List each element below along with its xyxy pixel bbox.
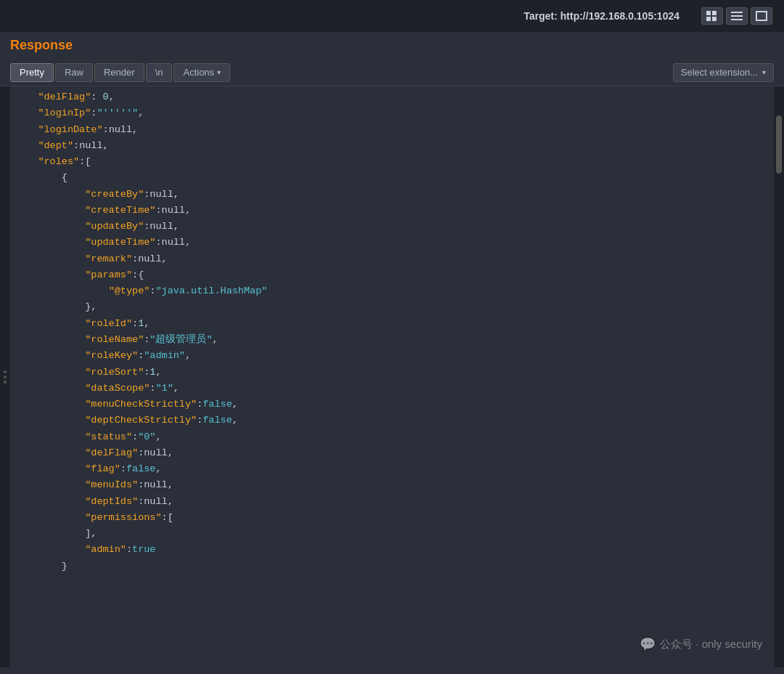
- json-line: "createTime":null,: [15, 203, 764, 219]
- json-line: "createBy":null,: [15, 187, 764, 203]
- json-line: "roleKey":"admin",: [15, 348, 764, 364]
- json-line: }: [15, 559, 764, 574]
- tab-newline[interactable]: \n: [146, 63, 173, 82]
- grid-view-button[interactable]: [701, 7, 723, 25]
- response-header: Response: [0, 32, 784, 53]
- json-line: "admin":true: [15, 542, 764, 558]
- edge-dot: [4, 375, 7, 378]
- target-url: Target: http://192.168.0.105:1024: [0, 10, 694, 22]
- select-extension-dropdown[interactable]: Select extension... ▾: [673, 63, 774, 82]
- response-title: Response: [10, 38, 774, 53]
- json-line: "roleName":"超级管理员",: [15, 332, 764, 348]
- svg-rect-1: [712, 11, 716, 15]
- grid-icon: [706, 11, 718, 21]
- json-line: "loginDate":null,: [15, 122, 764, 138]
- json-line: "updateTime":null,: [15, 235, 764, 251]
- json-line: "remark":null,: [15, 251, 764, 267]
- json-line: "roleId":1,: [15, 316, 764, 332]
- tabs-bar: Pretty Raw Render \n Actions ▾ Select ex…: [0, 59, 784, 86]
- toolbar-icons: [701, 7, 772, 25]
- json-line: "updateBy":null,: [15, 219, 764, 235]
- json-line: "dept":null,: [15, 138, 764, 154]
- json-line: "roleSort":1,: [15, 365, 764, 381]
- square-icon: [756, 11, 767, 21]
- svg-rect-0: [706, 11, 711, 15]
- json-line: "params":{: [15, 267, 764, 283]
- json-line: "flag":false,: [15, 461, 764, 477]
- svg-rect-2: [706, 17, 711, 21]
- svg-rect-4: [731, 12, 743, 13]
- top-bar: Target: http://192.168.0.105:1024: [0, 0, 784, 32]
- json-content: "delFlag": 0, "loginIp":"'''''", "loginD…: [15, 89, 764, 574]
- edge-dots: [4, 370, 7, 383]
- tab-actions[interactable]: Actions ▾: [173, 63, 230, 82]
- json-viewer: "delFlag": 0, "loginIp":"'''''", "loginD…: [10, 86, 774, 667]
- json-line: "permissions":[: [15, 510, 764, 526]
- json-line: "menuIds":null,: [15, 477, 764, 493]
- select-extension-label: Select extension...: [681, 67, 758, 78]
- scrollbar-thumb[interactable]: [776, 115, 782, 174]
- json-line: "delFlag":null,: [15, 445, 764, 461]
- tab-render[interactable]: Render: [94, 63, 144, 82]
- square-view-button[interactable]: [751, 7, 772, 25]
- json-line: "@type":"java.util.HashMap": [15, 283, 764, 299]
- json-line: "menuCheckStrictly":false,: [15, 397, 764, 413]
- list-icon: [731, 11, 743, 21]
- actions-label: Actions: [183, 67, 214, 78]
- tab-pretty[interactable]: Pretty: [10, 63, 54, 82]
- edge-dot: [4, 381, 7, 383]
- json-line: ],: [15, 526, 764, 542]
- json-line: "deptCheckStrictly":false,: [15, 413, 764, 429]
- tab-raw[interactable]: Raw: [55, 63, 93, 82]
- json-line: },: [15, 299, 764, 315]
- svg-rect-7: [756, 12, 767, 20]
- select-extension-chevron: ▾: [762, 68, 766, 76]
- json-line: "delFlag": 0,: [15, 89, 764, 105]
- list-view-button[interactable]: [726, 7, 748, 25]
- json-line: {: [15, 170, 764, 186]
- actions-chevron: ▾: [217, 68, 221, 76]
- json-line: "dataScope":"1",: [15, 381, 764, 397]
- json-line: "roles":[: [15, 154, 764, 170]
- svg-rect-6: [731, 19, 743, 20]
- edge-dot: [4, 370, 7, 373]
- json-line: "deptIds":null,: [15, 494, 764, 510]
- json-line: "loginIp":"'''''",: [15, 105, 764, 121]
- left-edge-handle[interactable]: [0, 86, 10, 667]
- svg-rect-3: [712, 17, 716, 21]
- right-scrollbar[interactable]: [774, 86, 784, 667]
- svg-rect-5: [731, 15, 743, 17]
- content-area: "delFlag": 0, "loginIp":"'''''", "loginD…: [0, 86, 784, 667]
- json-line: "status":"0",: [15, 429, 764, 445]
